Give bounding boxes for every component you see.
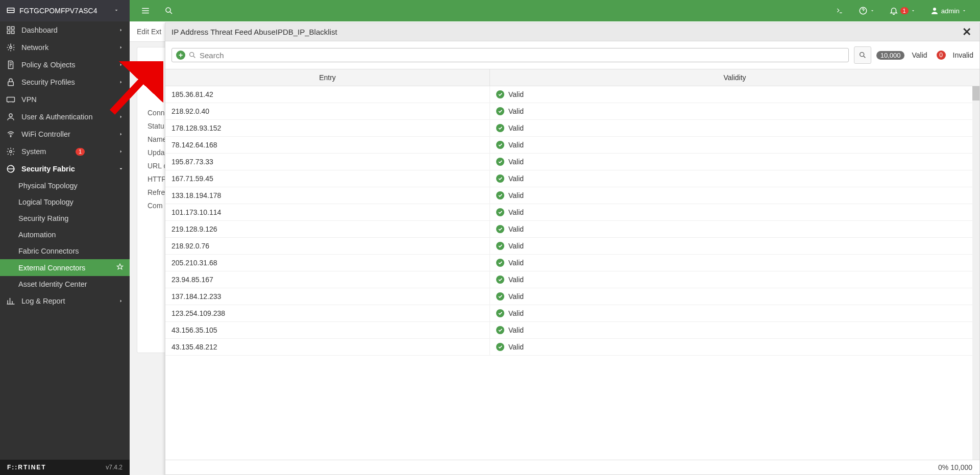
- help-button[interactable]: [855, 3, 878, 18]
- check-icon: [496, 174, 504, 183]
- cell-entry: 205.210.31.68: [165, 255, 490, 271]
- cell-entry: 43.156.35.105: [165, 322, 490, 338]
- check-icon: [496, 225, 504, 233]
- chevron-right-icon: [118, 114, 124, 119]
- sidebar-item-dashboard[interactable]: Dashboard: [0, 21, 130, 39]
- cell-validity: Valid: [490, 137, 979, 153]
- global-search-button[interactable]: [161, 3, 177, 18]
- sidebar-item-label: External Connectors: [18, 264, 85, 272]
- table-row[interactable]: 43.135.48.212Valid: [165, 339, 979, 356]
- dialog-close-button[interactable]: ✕: [960, 26, 973, 39]
- svg-rect-7: [12, 31, 14, 34]
- svg-point-8: [10, 46, 12, 49]
- sidebar-sub-asset-identity-center[interactable]: Asset Identity Center: [0, 276, 130, 292]
- sidebar-sub-logical-topology[interactable]: Logical Topology: [0, 194, 130, 210]
- svg-rect-9: [8, 82, 14, 86]
- gear-icon: [6, 147, 15, 156]
- table-row[interactable]: 185.36.81.42Valid: [165, 86, 979, 103]
- cli-console-button[interactable]: [832, 4, 847, 17]
- terminal-icon: [835, 7, 844, 14]
- toolbar-title: Edit Ext: [137, 28, 161, 36]
- wifi-icon: [6, 130, 15, 139]
- cell-validity: Valid: [490, 271, 979, 288]
- check-icon: [496, 90, 504, 98]
- cell-validity: Valid: [490, 120, 979, 136]
- check-icon: [496, 326, 504, 334]
- validity-label: Valid: [508, 292, 524, 301]
- chevron-down-icon: [962, 8, 967, 13]
- search-input[interactable]: [200, 51, 844, 60]
- sidebar-item-vpn[interactable]: VPN: [0, 91, 130, 108]
- sidebar-sub-fabric-connectors[interactable]: Fabric Connectors: [0, 243, 130, 259]
- column-validity[interactable]: Validity: [490, 69, 979, 86]
- table-row[interactable]: 23.94.85.167Valid: [165, 271, 979, 288]
- cell-entry: 167.71.59.45: [165, 170, 490, 187]
- validity-label: Valid: [508, 343, 524, 351]
- table-row[interactable]: 43.156.35.105Valid: [165, 322, 979, 339]
- table-row[interactable]: 101.173.10.114Valid: [165, 204, 979, 221]
- table-row[interactable]: 123.254.109.238Valid: [165, 305, 979, 322]
- table-row[interactable]: 137.184.12.233Valid: [165, 288, 979, 305]
- table-row[interactable]: 167.71.59.45Valid: [165, 170, 979, 187]
- cell-entry: 218.92.0.76: [165, 238, 490, 254]
- sidebar-item-system[interactable]: System1: [0, 143, 130, 160]
- search-icon: [164, 6, 174, 15]
- search-button[interactable]: [854, 46, 871, 64]
- cell-entry: 219.128.9.126: [165, 221, 490, 237]
- table-body[interactable]: 185.36.81.42Valid218.92.0.40Valid178.128…: [165, 86, 979, 460]
- chevron-down-icon: [870, 8, 875, 13]
- check-icon: [496, 158, 504, 166]
- sidebar-item-security-fabric[interactable]: Security Fabric: [0, 160, 130, 178]
- cell-entry: 101.173.10.114: [165, 204, 490, 220]
- scrollbar-track[interactable]: [972, 86, 979, 460]
- table-row[interactable]: 178.128.93.152Valid: [165, 120, 979, 137]
- table-row[interactable]: 195.87.73.33Valid: [165, 154, 979, 170]
- validity-label: Valid: [508, 276, 524, 284]
- sidebar-sub-security-rating[interactable]: Security Rating: [0, 210, 130, 227]
- invalid-label: Invalid: [953, 51, 973, 59]
- sidebar-item-label: WiFi Controller: [21, 130, 70, 138]
- chevron-right-icon: [118, 80, 124, 85]
- column-entry[interactable]: Entry: [165, 69, 490, 86]
- sidebar-item-label: Fabric Connectors: [18, 247, 79, 255]
- cell-entry: 195.87.73.33: [165, 154, 490, 170]
- sidebar-sub-automation[interactable]: Automation: [0, 227, 130, 243]
- table-row[interactable]: 219.128.9.126Valid: [165, 221, 979, 238]
- sidebar-item-security-profiles[interactable]: Security Profiles: [0, 73, 130, 91]
- check-icon: [496, 141, 504, 149]
- star-icon[interactable]: [116, 263, 124, 272]
- sidebar-item-wifi-controller[interactable]: WiFi Controller: [0, 126, 130, 143]
- cell-entry: 133.18.194.178: [165, 187, 490, 204]
- hostname-selector[interactable]: FGTGCPOMFPV7ASC4: [0, 0, 130, 21]
- validity-label: Valid: [508, 242, 524, 250]
- sidebar-item-log-report[interactable]: Log & Report: [0, 292, 130, 310]
- svg-rect-10: [7, 97, 15, 102]
- table-row[interactable]: 218.92.0.40Valid: [165, 103, 979, 120]
- cell-validity: Valid: [490, 103, 979, 119]
- chevron-down-icon: [911, 8, 916, 13]
- cell-validity: Valid: [490, 238, 979, 254]
- add-icon[interactable]: +: [176, 51, 185, 60]
- notifications-button[interactable]: 1: [886, 3, 919, 18]
- validity-label: Valid: [508, 259, 524, 267]
- search-input-wrap[interactable]: +: [172, 48, 849, 62]
- sidebar-item-user-authentication[interactable]: User & Authentication: [0, 108, 130, 126]
- scrollbar-thumb[interactable]: [972, 86, 979, 101]
- user-menu-button[interactable]: admin: [927, 3, 970, 18]
- help-icon: [859, 6, 868, 15]
- table-row[interactable]: 218.92.0.76Valid: [165, 238, 979, 255]
- sidebar-sub-external-connectors[interactable]: External Connectors: [0, 259, 130, 276]
- cell-entry: 43.135.48.212: [165, 339, 490, 355]
- cell-validity: Valid: [490, 305, 979, 321]
- table-row[interactable]: 78.142.64.168Valid: [165, 137, 979, 154]
- chevron-down-icon: [113, 7, 124, 15]
- cell-entry: 185.36.81.42: [165, 86, 490, 103]
- sidebar-sub-physical-topology[interactable]: Physical Topology: [0, 178, 130, 194]
- menu-toggle-button[interactable]: [138, 3, 153, 18]
- table-row[interactable]: 133.18.194.178Valid: [165, 187, 979, 204]
- table-row[interactable]: 205.210.31.68Valid: [165, 255, 979, 271]
- sidebar-item-policy-objects[interactable]: Policy & Objects: [0, 56, 130, 73]
- validity-label: Valid: [508, 326, 524, 334]
- invalid-count-pill: 0: [937, 51, 946, 60]
- sidebar-item-network[interactable]: Network: [0, 39, 130, 56]
